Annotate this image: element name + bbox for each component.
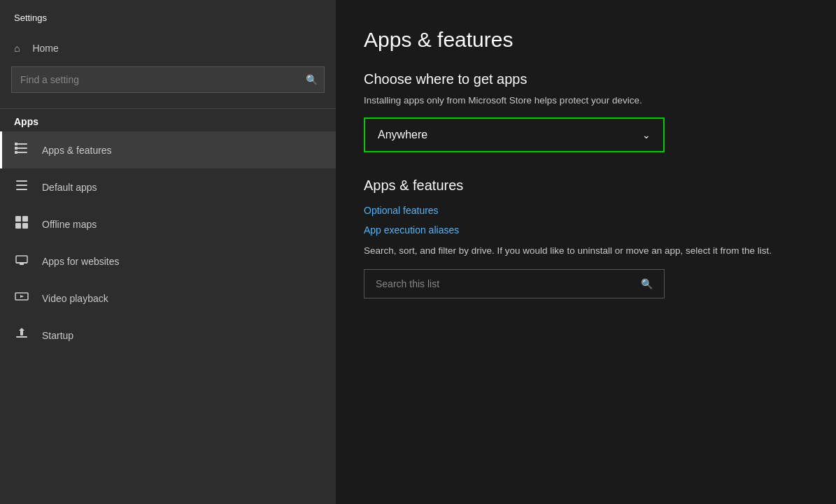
- home-label: Home: [32, 43, 58, 54]
- svg-rect-13: [16, 256, 27, 263]
- sidebar-item-apps-features[interactable]: Apps & features: [0, 131, 336, 168]
- svg-rect-6: [16, 180, 27, 182]
- app-title: Settings: [0, 0, 336, 33]
- default-apps-icon: [14, 178, 29, 196]
- sidebar-section-label: Apps: [0, 109, 336, 131]
- startup-label: Startup: [42, 330, 73, 341]
- apps-features-label: Apps & features: [42, 145, 112, 156]
- search-list-icon: 🔍: [641, 278, 653, 289]
- sidebar-item-home[interactable]: ⌂ Home: [0, 33, 336, 64]
- svg-rect-18: [16, 336, 27, 338]
- offline-maps-label: Offline maps: [42, 219, 97, 230]
- choose-heading: Choose where to get apps: [364, 71, 808, 87]
- apps-features-icon: [14, 141, 29, 159]
- svg-rect-10: [22, 216, 28, 222]
- apps-websites-label: Apps for websites: [42, 256, 120, 267]
- svg-rect-9: [15, 216, 21, 222]
- svg-rect-2: [16, 152, 27, 153]
- sidebar-item-apps-websites[interactable]: Apps for websites: [0, 243, 336, 280]
- svg-marker-17: [20, 295, 24, 298]
- dropdown-value: Anywhere: [378, 129, 427, 141]
- video-playback-icon: [14, 289, 29, 307]
- optional-features-link[interactable]: Optional features: [364, 205, 808, 216]
- sidebar-item-startup[interactable]: Startup: [0, 317, 336, 354]
- app-execution-link[interactable]: App execution aliases: [364, 224, 808, 236]
- apps-websites-icon: [14, 252, 29, 270]
- startup-icon: [14, 326, 29, 344]
- svg-rect-15: [20, 264, 24, 265]
- sidebar-nav: Apps & features Default apps: [0, 131, 336, 354]
- svg-rect-4: [15, 147, 17, 150]
- offline-maps-icon: [14, 215, 29, 233]
- svg-rect-12: [22, 223, 28, 229]
- search-body-text: Search, sort, and filter by drive. If yo…: [364, 244, 808, 258]
- settings-search-input[interactable]: [11, 66, 325, 93]
- search-list-box: 🔍: [364, 269, 665, 298]
- video-playback-label: Video playback: [42, 293, 108, 304]
- search-list-input[interactable]: [376, 278, 641, 289]
- sidebar-item-video-playback[interactable]: Video playback: [0, 280, 336, 317]
- sidebar-item-offline-maps[interactable]: Offline maps: [0, 206, 336, 243]
- svg-rect-5: [15, 151, 17, 154]
- home-icon: ⌂: [14, 43, 20, 54]
- svg-rect-7: [16, 185, 27, 186]
- svg-rect-11: [15, 223, 21, 229]
- svg-marker-20: [19, 328, 24, 331]
- svg-rect-3: [15, 143, 17, 145]
- chevron-down-icon: ⌄: [642, 129, 651, 141]
- main-content: Apps & features Choose where to get apps…: [336, 0, 836, 504]
- sidebar: Settings ⌂ Home 🔍 Apps Apps & features: [0, 0, 336, 504]
- apps-features-heading: Apps & features: [364, 178, 808, 194]
- settings-search-box: 🔍: [11, 66, 325, 93]
- svg-rect-14: [16, 262, 27, 264]
- choose-desc: Installing apps only from Microsoft Stor…: [364, 94, 808, 108]
- svg-rect-0: [16, 143, 27, 145]
- page-title: Apps & features: [364, 28, 808, 52]
- svg-rect-1: [16, 147, 27, 149]
- app-source-dropdown[interactable]: Anywhere ⌄: [364, 117, 665, 152]
- svg-rect-8: [16, 189, 27, 190]
- sidebar-item-default-apps[interactable]: Default apps: [0, 168, 336, 206]
- default-apps-label: Default apps: [42, 182, 97, 193]
